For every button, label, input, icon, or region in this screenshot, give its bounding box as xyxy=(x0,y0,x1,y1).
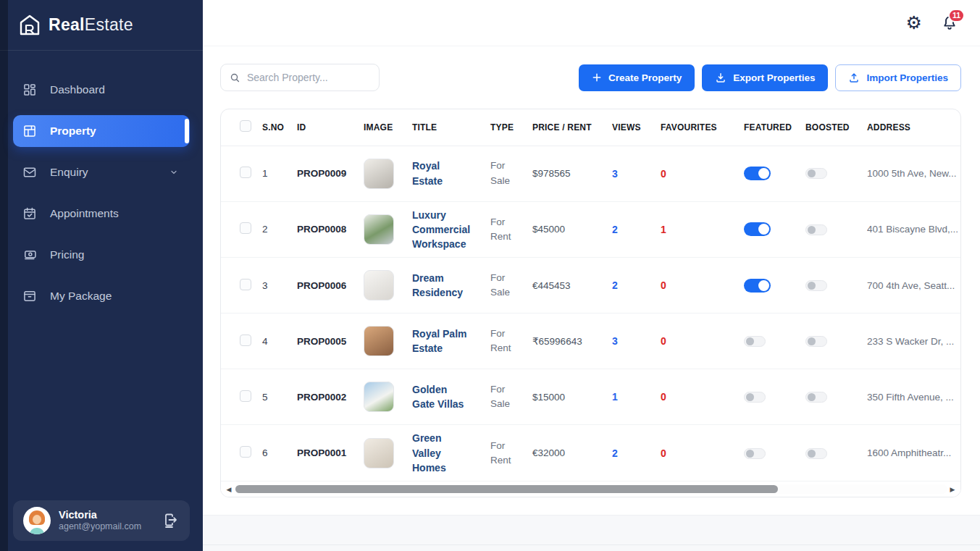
dashboard-grid-icon xyxy=(22,82,38,98)
row-type: For Sale xyxy=(490,258,532,314)
row-type: For Sale xyxy=(490,369,532,425)
table-horizontal-scrollbar[interactable]: ◀ ▶ xyxy=(221,481,960,497)
row-address: 401 Biscayne Blvd,... xyxy=(867,201,960,258)
row-id: PROP0008 xyxy=(297,201,364,258)
sidebar-item-label: Property xyxy=(50,125,96,138)
row-checkbox[interactable] xyxy=(240,222,251,234)
property-title-link[interactable]: Golden Gate Villas xyxy=(412,369,490,425)
row-sno: 2 xyxy=(262,201,297,258)
import-properties-button[interactable]: Import Properties xyxy=(835,64,961,91)
banknote-icon xyxy=(22,247,38,263)
logout-icon[interactable] xyxy=(162,512,180,529)
sidebar-item-my-package[interactable]: My Package xyxy=(13,280,190,312)
boosted-toggle[interactable] xyxy=(805,224,827,235)
row-checkbox[interactable] xyxy=(240,279,251,290)
create-property-button[interactable]: Create Property xyxy=(579,64,695,91)
sidebar-item-dashboard[interactable]: Dashboard xyxy=(13,74,190,106)
scrollbar-track[interactable] xyxy=(234,484,947,494)
property-title-link[interactable]: Royal Estate xyxy=(412,146,490,201)
notification-badge: 11 xyxy=(948,9,965,22)
row-favourites: 0 xyxy=(661,146,744,201)
row-price: $978565 xyxy=(532,146,612,201)
featured-toggle[interactable] xyxy=(744,448,766,459)
scroll-left-arrow-icon[interactable]: ◀ xyxy=(224,486,234,493)
row-checkbox[interactable] xyxy=(240,335,251,346)
boosted-toggle[interactable] xyxy=(805,336,827,347)
sidebar-item-label: Appointments xyxy=(50,207,119,220)
scroll-right-arrow-icon[interactable]: ▶ xyxy=(947,486,958,493)
property-thumbnail-image[interactable] xyxy=(364,270,394,300)
column-header-price-rent: PRICE / RENT xyxy=(532,109,612,146)
row-sno: 3 xyxy=(262,258,297,314)
boosted-toggle[interactable] xyxy=(805,280,827,291)
row-sno: 4 xyxy=(262,314,297,369)
property-thumbnail-image[interactable] xyxy=(364,438,394,468)
table-row: 6 PROP0001 Green Valley Homes For Rent €… xyxy=(221,425,960,481)
row-id: PROP0005 xyxy=(297,314,364,369)
property-thumbnail-image[interactable] xyxy=(364,326,394,356)
featured-toggle[interactable] xyxy=(744,167,771,180)
search-input[interactable] xyxy=(247,72,370,83)
row-checkbox[interactable] xyxy=(240,446,251,458)
table-row: 4 PROP0005 Royal Palm Estate For Rent ₹6… xyxy=(221,314,960,369)
row-checkbox[interactable] xyxy=(240,167,251,178)
properties-table-card: S.NO ID IMAGE TITLE TYPE PRICE / RENT VI… xyxy=(220,109,961,497)
property-title-link[interactable]: Royal Palm Estate xyxy=(412,314,490,369)
row-favourites: 0 xyxy=(661,369,744,425)
scrollbar-thumb[interactable] xyxy=(235,485,778,493)
table-row: 2 PROP0008 Luxury Commercial Workspace F… xyxy=(221,201,960,258)
row-type: For Rent xyxy=(490,201,532,258)
column-header-sno: S.NO xyxy=(262,109,297,146)
column-header-address: ADDRESS xyxy=(867,109,960,146)
boosted-toggle[interactable] xyxy=(805,168,827,179)
row-sno: 1 xyxy=(262,146,297,201)
property-thumbnail-image[interactable] xyxy=(364,214,394,245)
column-header-image: IMAGE xyxy=(364,109,412,146)
export-properties-button[interactable]: Export Properties xyxy=(702,64,828,91)
featured-toggle[interactable] xyxy=(744,392,766,403)
row-price: ₹65996643 xyxy=(532,314,612,369)
boosted-toggle[interactable] xyxy=(805,448,827,459)
user-card[interactable]: Victoria agent@yopmail.com xyxy=(13,500,190,541)
sidebar-item-label: Enquiry xyxy=(50,166,88,179)
property-thumbnail-image[interactable] xyxy=(364,382,394,412)
main-content: ⚙ 11 Create Property Expo xyxy=(203,0,980,551)
table-row: 5 PROP0002 Golden Gate Villas For Sale $… xyxy=(221,369,960,425)
row-price: $15000 xyxy=(532,369,612,425)
settings-gear-icon[interactable]: ⚙ xyxy=(906,14,922,32)
calendar-check-icon xyxy=(22,206,38,222)
property-thumbnail-image[interactable] xyxy=(364,159,394,189)
row-views: 2 xyxy=(612,201,661,258)
sidebar-item-property[interactable]: Property xyxy=(13,115,190,147)
chevron-down-icon[interactable] xyxy=(169,168,178,177)
row-favourites: 0 xyxy=(661,425,744,481)
column-header-favourites: FAVOURITES xyxy=(661,109,744,146)
search-box[interactable] xyxy=(220,64,380,91)
row-type: For Sale xyxy=(490,146,532,201)
row-id: PROP0001 xyxy=(297,425,364,481)
featured-toggle[interactable] xyxy=(744,222,771,236)
property-title-link[interactable]: Luxury Commercial Workspace xyxy=(412,201,490,258)
featured-toggle[interactable] xyxy=(744,336,766,347)
notifications-bell[interactable]: 11 xyxy=(941,14,958,32)
row-checkbox[interactable] xyxy=(240,390,251,402)
column-header-featured: FEATURED xyxy=(744,109,805,146)
brand-logo: RealEstate xyxy=(0,0,203,51)
property-title-link[interactable]: Dream Residency xyxy=(412,258,490,314)
row-sno: 6 xyxy=(262,425,297,481)
user-name: Victoria xyxy=(59,508,141,521)
sidebar-item-appointments[interactable]: Appointments xyxy=(13,198,190,230)
envelope-icon xyxy=(22,164,38,180)
row-favourites: 1 xyxy=(661,201,744,258)
sidebar-item-enquiry[interactable]: Enquiry xyxy=(13,156,190,188)
boosted-toggle[interactable] xyxy=(805,392,827,403)
row-price: €445453 xyxy=(532,258,612,314)
featured-toggle[interactable] xyxy=(744,279,771,293)
download-icon xyxy=(715,72,726,83)
row-type: For Rent xyxy=(490,314,532,369)
sidebar-item-pricing[interactable]: Pricing xyxy=(13,239,190,271)
property-title-link[interactable]: Green Valley Homes xyxy=(412,425,490,481)
select-all-checkbox[interactable] xyxy=(240,120,251,132)
house-logo-icon xyxy=(17,13,49,38)
avatar xyxy=(23,507,51,534)
